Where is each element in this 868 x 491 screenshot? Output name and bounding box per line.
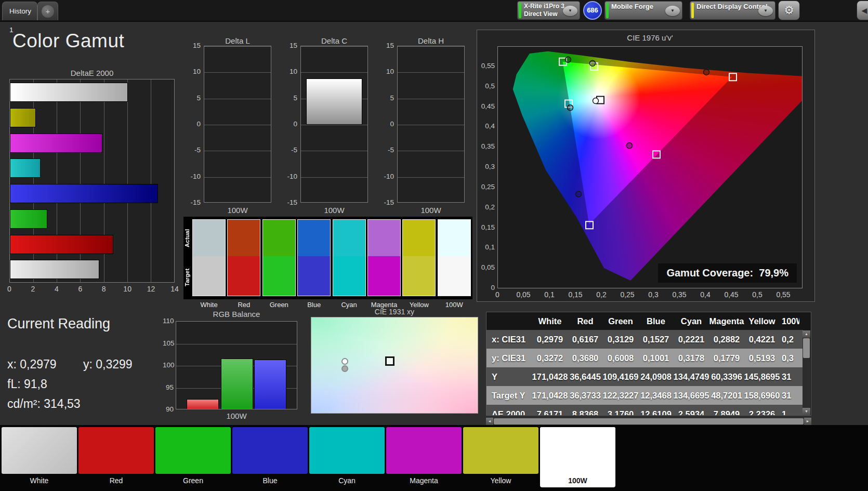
patch-button-100w[interactable]: 100W: [540, 427, 615, 487]
table-cell: 0,3129: [603, 330, 638, 349]
grid-line: [398, 177, 464, 178]
patch-tile: [155, 427, 231, 474]
table-cell: 7,6171: [532, 405, 568, 416]
axis-tick-label: 0,5: [477, 82, 495, 90]
delta-chart-delta-h: Delta H151050-5-10-15100W: [379, 36, 471, 217]
scroll-down-icon[interactable]: ▼: [803, 408, 810, 415]
actual-swatch: [263, 220, 295, 256]
patch-button-magenta[interactable]: Magenta: [386, 427, 462, 487]
scroll-up-icon[interactable]: ▲: [803, 330, 810, 338]
deltae-x-axis: 02468101214: [9, 285, 175, 294]
patch-label: Yellow: [463, 476, 538, 485]
collapse-panel-button[interactable]: ◀: [857, 1, 868, 20]
axis-tick-label: 0: [379, 120, 394, 128]
measured-marker-yellow: [590, 60, 596, 66]
delta-chart-delta-l: Delta L151050-5-10-15100W: [186, 36, 278, 217]
scroll-right-icon[interactable]: ►: [804, 418, 811, 425]
meter-mode: Direct View: [524, 10, 557, 18]
table-cell: 2,2326: [744, 405, 780, 416]
table-cell: 109,4169: [603, 367, 638, 386]
table-row: Target Y171,042836,3733122,322712,346813…: [486, 386, 803, 405]
column-header-100w: 100W: [780, 312, 799, 330]
delta-x-axis-label: 100W: [300, 206, 368, 215]
chart-title: Delta C: [300, 36, 368, 45]
current-reading-panel: Current Reading x: 0,2979 y: 0,3299 fL: …: [7, 316, 163, 332]
gamut-coverage-readout: Gamut Coverage: 79,9%: [658, 263, 797, 283]
grid-line: [204, 125, 271, 125]
patch-button-white[interactable]: White: [2, 427, 77, 487]
new-tab-button[interactable]: +: [37, 2, 58, 20]
column-header-blue: Blue: [638, 312, 674, 330]
scroll-left-icon[interactable]: ◄: [486, 418, 493, 425]
scrollbar-thumb[interactable]: [494, 418, 804, 424]
axis-tick-label: 15: [379, 42, 394, 49]
table-cell: 31: [780, 386, 799, 405]
grid-line: [398, 99, 464, 99]
reading-y: y: 0,3299: [83, 357, 133, 371]
table-horizontal-scrollbar[interactable]: ◄ ►: [486, 418, 811, 425]
target-swatch: [368, 256, 400, 296]
table-corner-cell: [486, 312, 532, 330]
target-marker-magenta: [653, 151, 660, 158]
patch-label: White: [2, 476, 77, 485]
settings-button[interactable]: ⚙: [778, 1, 800, 20]
swatch-column-magenta: [367, 219, 401, 296]
grid-line: [398, 151, 464, 151]
axis-tick-label: 12: [147, 285, 155, 293]
table-cell: 0,1001: [638, 349, 674, 367]
axis-tick-label: -10: [283, 172, 297, 180]
deltae-bar-green: [10, 209, 47, 229]
target-row-label: Target: [184, 258, 192, 297]
current-reading-title: Current Reading: [7, 316, 163, 332]
cie-1976-plot-area: Gamut Coverage: 79,9%: [497, 46, 803, 288]
rgb-bar-red: [187, 399, 219, 409]
axis-tick-label: 5: [283, 94, 297, 102]
table-row: y: CIE310,32720,36800,60080,10010,31780,…: [486, 349, 803, 367]
scrollbar-thumb[interactable]: [803, 338, 810, 358]
patch-button-blue[interactable]: Blue: [232, 427, 308, 487]
axis-tick-label: 2: [31, 285, 35, 293]
deltae-bar-yellow: [10, 108, 36, 127]
table-cell: 0,2979: [532, 330, 568, 349]
grid-line: [204, 99, 271, 99]
patch-label: Cyan: [309, 476, 385, 485]
source-dropdown[interactable]: Mobile Forge ▼: [604, 1, 682, 20]
axis-tick-label: 0,55: [776, 290, 790, 299]
table-cell: 0,3680: [568, 349, 603, 367]
patch-button-yellow[interactable]: Yellow: [463, 427, 538, 487]
table-cell: 0,2221: [674, 330, 709, 349]
meter-status-stripe: [519, 3, 521, 18]
axis-tick-label: 0,25: [477, 183, 495, 191]
axis-tick-label: 0,3: [477, 163, 495, 170]
patch-button-red[interactable]: Red: [78, 427, 154, 487]
bottom-bar: ▲ « Back Next » ✱ WhiteRedGreenBlueCyanM…: [0, 425, 868, 491]
deltae-bar-magenta: [10, 134, 102, 153]
measured-marker-circle: [341, 365, 348, 372]
table-cell: 2,5934: [674, 405, 709, 416]
calibration-app-window: History 1 + X-Rite i1Pro 3Direct View ▼ …: [0, 0, 868, 491]
patch-tile: [2, 427, 77, 474]
table-cell: 12,3468: [638, 386, 674, 405]
patch-button-cyan[interactable]: Cyan: [309, 427, 385, 487]
patch-label: Magenta: [386, 476, 462, 485]
display-control-dropdown[interactable]: Direct Display Control ▼: [690, 1, 775, 20]
actual-swatch: [333, 220, 365, 256]
tab-history-1[interactable]: History 1: [2, 2, 37, 20]
table-cell: 0,3: [780, 349, 799, 367]
delta-plot-area: [300, 46, 368, 203]
axis-tick-label: -10: [186, 172, 201, 180]
axis-tick-label: 0,5: [752, 290, 762, 299]
table-vertical-scrollbar[interactable]: ▲▼: [803, 330, 810, 415]
measured-marker-white: [593, 98, 599, 104]
deltae-bar-100w: [10, 83, 128, 102]
chevron-down-icon: ▼: [665, 6, 680, 16]
rgb-plot-area: [176, 321, 297, 409]
deltae-bar-blue: [10, 184, 158, 203]
axis-tick-label: 0: [495, 290, 499, 299]
patch-button-green[interactable]: Green: [155, 427, 231, 487]
patch-label: Blue: [232, 476, 308, 485]
meter-dropdown[interactable]: X-Rite i1Pro 3Direct View ▼: [517, 1, 580, 20]
gamut-coverage-value: 79,9%: [759, 267, 788, 278]
swatch-column-yellow: [402, 219, 436, 296]
actual-swatch: [193, 220, 225, 256]
